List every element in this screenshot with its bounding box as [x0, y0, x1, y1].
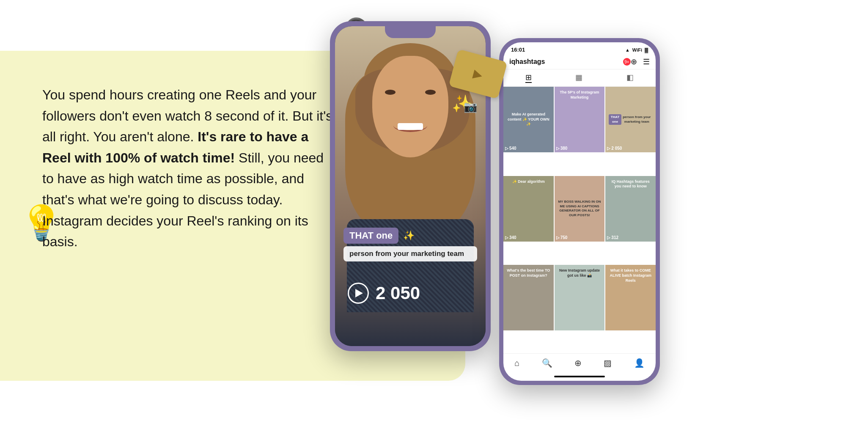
grid-cell-9: What it takes to COME ALIVE batch Instag… [605, 265, 656, 330]
play-button [348, 283, 369, 304]
grid-cell-6: IQ Hashtags features you need to know ▷ … [605, 176, 656, 242]
reel-play-count: 2 050 [348, 283, 420, 304]
eye-right [425, 90, 436, 95]
cell-4-content: ✨ Dear algorithm [503, 176, 554, 242]
status-icons: ▲ WiFi ▓ [625, 47, 648, 52]
main-description: You spend hours creating one Reels and y… [42, 85, 338, 253]
star-sparkle: ✨ [403, 230, 415, 241]
grid-cell-8: New Instagram update got us like 📸 [555, 265, 605, 330]
notification-badge: 9+ [623, 58, 631, 66]
nav-profile-icon[interactable]: 👤 [634, 358, 645, 368]
cell-3-subtitle: person from your marketing team [621, 115, 652, 124]
grid-cell-1: Make AI generated content ✨ YOUR OWN ✨ ▷… [503, 87, 554, 152]
play-icon-small4: ▷ [505, 235, 508, 240]
reel-highlight-text: THAT one [343, 228, 398, 244]
signal-icon: ▲ [625, 47, 630, 52]
grid-cell-7: What's the best time TO POST on Instagra… [503, 265, 554, 330]
camera-icon: 📷 [464, 100, 477, 113]
eye-left [385, 90, 396, 95]
cell-4-count: ▷ 340 [505, 235, 516, 240]
ig-bottom-nav: ⌂ 🔍 ⊕ ▨ 👤 [503, 353, 656, 374]
ig-grid: Make AI generated content ✨ YOUR OWN ✨ ▷… [503, 87, 656, 353]
grid-cell-5: MY BOSS WALKING IN ON ME USING AI CAPTIO… [555, 176, 605, 242]
content-area: You spend hours creating one Reels and y… [42, 85, 338, 253]
woman-teeth [398, 123, 423, 130]
cell-2-count: ▷ 380 [556, 146, 568, 151]
phone-instagram: 16:01 ▲ WiFi ▓ iqhashtags 9+ ⊕ ☰ ⊞ ▦ ◧ [499, 38, 660, 385]
woman-face [372, 56, 448, 157]
cell-3-count: ▷ 2 050 [607, 146, 622, 151]
cell-1-content: Make AI generated content ✨ YOUR OWN ✨ [503, 87, 554, 152]
cell-7-content: What's the best time TO POST on Instagra… [503, 265, 554, 330]
nav-home-icon[interactable]: ⌂ [514, 358, 519, 368]
phone-instagram-screen: 16:01 ▲ WiFi ▓ iqhashtags 9+ ⊕ ☰ ⊞ ▦ ◧ [503, 42, 656, 381]
reel-caption: THAT one ✨ person from your marketing te… [343, 228, 477, 261]
nav-reels-icon[interactable]: ▨ [604, 358, 612, 368]
tab-reels[interactable]: ▦ [575, 73, 582, 83]
cell-9-content: What it takes to COME ALIVE batch Instag… [605, 265, 656, 330]
grid-cell-4: ✨ Dear algorithm ▷ 340 [503, 176, 554, 242]
that-one-badge: THAT one [609, 114, 621, 125]
menu-icon[interactable]: ☰ [643, 57, 650, 66]
ig-header-icons: ⊕ ☰ [631, 57, 650, 66]
cell-6-count: ▷ 312 [607, 235, 618, 240]
nav-add-icon[interactable]: ⊕ [574, 358, 582, 368]
play-icon-small2: ▷ [556, 146, 560, 151]
phone-reel: ✨ 📷 THAT one ✨ person from your marketin… [330, 21, 491, 351]
play-icon-small6: ▷ [607, 235, 610, 240]
home-indicator [554, 376, 605, 377]
status-time: 16:01 [511, 47, 525, 53]
cell-6-content: IQ Hashtags features you need to know [605, 176, 656, 242]
battery-icon: ▓ [645, 47, 648, 52]
cell-3-content: THAT one person from your marketing team [605, 87, 656, 152]
tab-tagged[interactable]: ◧ [626, 73, 634, 83]
ig-tabs: ⊞ ▦ ◧ [503, 69, 656, 87]
grid-cell-3: THAT one person from your marketing team… [605, 87, 656, 152]
ig-header: iqhashtags 9+ ⊕ ☰ [503, 55, 656, 69]
wifi-icon: WiFi [632, 47, 642, 52]
play-triangle-icon [355, 289, 363, 297]
nav-search-icon[interactable]: 🔍 [542, 358, 552, 368]
cell-8-content: New Instagram update got us like 📸 [555, 265, 605, 330]
play-icon-small3: ▷ [607, 146, 610, 151]
play-icon-small: ▷ [505, 146, 508, 151]
status-bar: 16:01 ▲ WiFi ▓ [503, 42, 656, 55]
phone-notch [385, 26, 436, 38]
ig-username: iqhashtags [509, 58, 621, 66]
play-icon-small5: ▷ [556, 235, 560, 240]
cell-5-content: MY BOSS WALKING IN ON ME USING AI CAPTIO… [555, 176, 605, 242]
cell-2-content: The 5P's of Instagram Marketing [555, 87, 605, 152]
cell-1-count: ▷ 540 [505, 146, 516, 151]
add-icon[interactable]: ⊕ [631, 57, 637, 66]
grid-cell-2: The 5P's of Instagram Marketing ▷ 380 [555, 87, 605, 152]
cell-5-count: ▷ 750 [556, 235, 568, 240]
tab-grid[interactable]: ⊞ [525, 73, 532, 83]
reel-subtitle-text: person from your marketing team [343, 246, 477, 261]
play-count-number: 2 050 [376, 283, 420, 303]
